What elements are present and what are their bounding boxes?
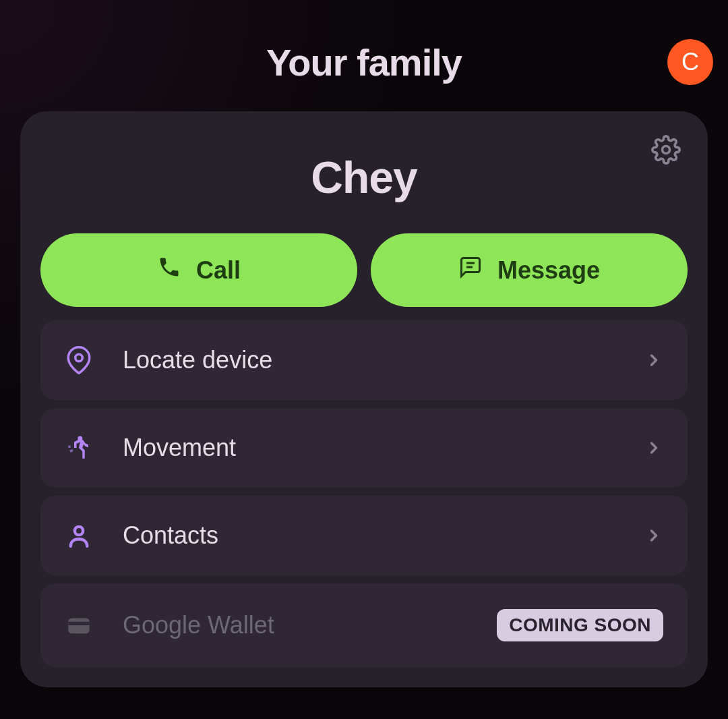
menu-item-label: Locate device: [123, 346, 615, 374]
page-header: Your family C: [0, 0, 728, 111]
svg-rect-6: [68, 619, 90, 634]
avatar-initial: C: [681, 48, 699, 76]
action-buttons-row: Call Message: [40, 233, 688, 307]
call-button[interactable]: Call: [40, 233, 357, 307]
chevron-right-icon: [644, 438, 663, 457]
page-title: Your family: [266, 40, 462, 84]
contacts-item[interactable]: Contacts: [40, 496, 688, 575]
phone-icon: [157, 255, 181, 285]
svg-point-0: [663, 146, 670, 154]
profile-avatar[interactable]: C: [667, 39, 713, 85]
call-button-label: Call: [196, 256, 241, 285]
svg-rect-7: [68, 622, 90, 625]
svg-point-5: [75, 527, 83, 535]
wallet-icon: [65, 611, 93, 639]
location-pin-icon: [65, 346, 93, 374]
menu-item-label: Contacts: [123, 521, 615, 550]
locate-device-item[interactable]: Locate device: [40, 320, 688, 400]
menu-item-label: Google Wallet: [123, 611, 467, 639]
chevron-right-icon: [644, 526, 663, 545]
menu-list: Locate device Movement: [40, 320, 688, 667]
message-button-label: Message: [497, 256, 600, 285]
message-button[interactable]: Message: [371, 233, 688, 307]
google-wallet-item: Google Wallet COMING SOON: [40, 583, 688, 667]
menu-item-label: Movement: [123, 434, 615, 462]
member-name: Chey: [40, 152, 688, 203]
chevron-right-icon: [644, 351, 663, 370]
movement-icon: [65, 434, 93, 462]
svg-point-3: [75, 354, 83, 362]
message-icon: [458, 255, 483, 285]
gear-icon: [651, 155, 681, 167]
family-member-card: Chey Call Message: [20, 111, 708, 687]
settings-button[interactable]: [651, 135, 681, 165]
person-icon: [65, 521, 93, 550]
movement-item[interactable]: Movement: [40, 408, 688, 488]
coming-soon-badge: COMING SOON: [497, 609, 663, 641]
